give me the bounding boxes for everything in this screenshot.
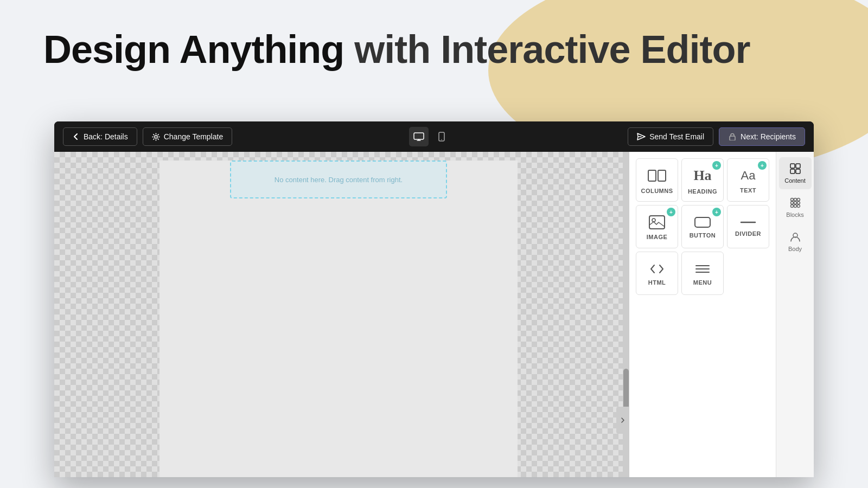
panel-item-heading[interactable]: + Hа HEADING — [681, 158, 724, 202]
svg-rect-5 — [648, 170, 656, 181]
panel-grid: COLUMNS + Hа HEADING + Aa TEXT — [636, 158, 769, 295]
svg-point-25 — [794, 205, 796, 208]
text-label: TEXT — [740, 187, 756, 194]
panel-item-text[interactable]: + Aa TEXT — [727, 158, 769, 202]
gear-icon — [152, 133, 160, 141]
svg-point-24 — [790, 205, 793, 208]
svg-rect-16 — [790, 169, 795, 174]
svg-rect-9 — [695, 217, 710, 227]
drop-zone[interactable]: No content here. Drag content from right… — [230, 160, 447, 198]
hero-title-part2: with Interactive Editor — [344, 28, 750, 71]
toolbar-center — [409, 127, 451, 146]
tab-content[interactable]: Content — [779, 157, 812, 189]
lock-icon — [728, 133, 737, 140]
text-plus-badge: + — [758, 161, 767, 170]
panel-item-columns[interactable]: COLUMNS — [636, 158, 678, 202]
panel-item-html[interactable]: HTML — [636, 252, 678, 295]
body-tab-label: Body — [788, 246, 802, 252]
html-icon — [649, 263, 665, 275]
toolbar: Back: Details Change Template — [54, 121, 814, 152]
menu-icon — [694, 263, 711, 275]
send-test-label: Send Test Email — [649, 132, 704, 141]
mobile-view-button[interactable] — [432, 127, 451, 146]
divider-label: DIVIDER — [735, 230, 761, 237]
svg-point-0 — [155, 136, 157, 138]
svg-rect-15 — [796, 164, 800, 168]
desktop-icon — [413, 132, 424, 141]
right-panel: COLUMNS + Hа HEADING + Aa TEXT — [629, 152, 814, 477]
send-icon — [637, 133, 646, 140]
panel-item-image[interactable]: + IMAGE — [636, 205, 678, 248]
panel-item-menu[interactable]: MENU — [681, 252, 724, 295]
send-test-email-button[interactable]: Send Test Email — [628, 127, 713, 146]
panel-item-button[interactable]: + BUTTON — [681, 205, 724, 248]
button-icon — [694, 217, 711, 228]
back-button[interactable]: Back: Details — [63, 127, 137, 146]
collapse-panel-handle[interactable] — [616, 407, 629, 434]
next-recipients-button[interactable]: Next: Recipients — [719, 127, 805, 146]
svg-point-21 — [790, 202, 793, 204]
editor-body: No content here. Drag content from right… — [54, 152, 814, 477]
divider-icon — [740, 219, 756, 226]
menu-label: MENU — [693, 279, 712, 286]
svg-point-8 — [652, 219, 655, 222]
tab-blocks[interactable]: Blocks — [779, 191, 812, 223]
sidebar-tabs: Content Blocks — [776, 152, 814, 477]
desktop-view-button[interactable] — [409, 127, 429, 146]
editor-container: Back: Details Change Template — [54, 121, 814, 477]
text-icon: Aa — [741, 169, 756, 183]
heading-label: HEADING — [688, 188, 717, 195]
hero-title: Design Anything with Interactive Editor — [43, 27, 750, 72]
svg-point-20 — [797, 198, 800, 201]
mobile-icon — [438, 132, 445, 142]
svg-rect-14 — [790, 164, 795, 168]
svg-rect-7 — [649, 216, 665, 229]
arrow-left-icon — [72, 133, 80, 140]
content-panel: COLUMNS + Hа HEADING + Aa TEXT — [629, 152, 776, 477]
svg-rect-1 — [414, 133, 424, 139]
svg-point-26 — [797, 205, 800, 208]
svg-point-19 — [794, 198, 796, 201]
button-label: BUTTON — [690, 232, 716, 239]
heading-plus-badge: + — [712, 161, 721, 170]
image-plus-badge: + — [667, 208, 675, 216]
svg-rect-6 — [658, 170, 666, 181]
toolbar-left: Back: Details Change Template — [63, 127, 232, 146]
content-tab-icon — [789, 163, 801, 175]
columns-icon — [647, 168, 667, 183]
tab-body[interactable]: Body — [779, 226, 812, 258]
body-tab-icon — [789, 231, 801, 243]
svg-point-18 — [790, 198, 793, 201]
next-label: Next: Recipients — [741, 132, 796, 141]
svg-point-22 — [794, 202, 796, 204]
canvas-inner: No content here. Drag content from right… — [159, 160, 518, 477]
svg-point-3 — [441, 139, 442, 140]
chevron-right-icon — [621, 417, 625, 423]
image-icon — [649, 215, 665, 229]
panel-item-divider[interactable]: DIVIDER — [727, 205, 769, 248]
button-plus-badge: + — [712, 208, 721, 216]
back-label: Back: Details — [84, 132, 128, 141]
canvas-area[interactable]: No content here. Drag content from right… — [54, 152, 623, 477]
scrollbar-thumb[interactable] — [623, 369, 629, 412]
heading-icon: Hа — [693, 168, 711, 184]
content-tab-label: Content — [784, 177, 806, 184]
toolbar-right: Send Test Email Next: Recipients — [628, 127, 805, 146]
svg-rect-4 — [730, 136, 735, 140]
image-label: IMAGE — [647, 234, 668, 240]
change-template-button[interactable]: Change Template — [143, 127, 232, 146]
blocks-tab-label: Blocks — [786, 211, 803, 218]
html-label: HTML — [648, 279, 666, 286]
drop-hint-text: No content here. Drag content from right… — [275, 176, 403, 184]
svg-point-23 — [797, 202, 800, 204]
columns-label: COLUMNS — [641, 188, 673, 194]
hero-title-part1: Design Anything — [43, 28, 344, 71]
svg-rect-17 — [796, 169, 800, 174]
blocks-tab-icon — [789, 197, 801, 209]
change-template-label: Change Template — [164, 132, 223, 141]
